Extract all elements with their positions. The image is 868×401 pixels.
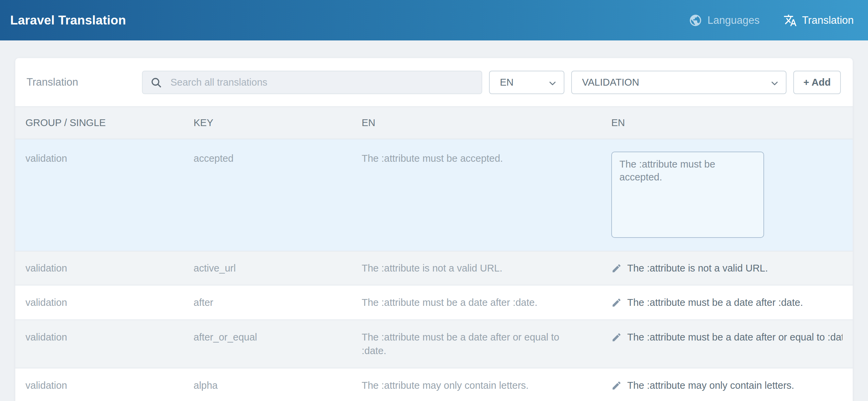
translation-edit-cell: The :attribute must be accepted. — [611, 139, 843, 251]
group-cell: validation — [25, 285, 194, 319]
translation-cell[interactable]: The :attribute must be a date after :dat… — [611, 285, 843, 319]
header-group-single: GROUP / SINGLE — [25, 117, 194, 128]
header-target-locale: EN — [611, 117, 843, 128]
source-text-cell: The :attribute is not a valid URL. — [362, 251, 611, 285]
add-button[interactable]: + Add — [793, 71, 841, 94]
translation-text: The :attribute is not a valid URL. — [627, 261, 768, 275]
translation-textarea[interactable]: The :attribute must be accepted. — [611, 152, 764, 238]
table-row: validation accepted The :attribute must … — [15, 139, 853, 251]
pencil-icon — [611, 332, 622, 343]
key-cell: after — [194, 285, 362, 319]
translation-text: The :attribute may only contain letters. — [627, 379, 794, 392]
translation-cell[interactable]: The :attribute may only contain letters. — [611, 368, 843, 401]
chevron-down-icon — [548, 79, 557, 88]
pencil-icon — [611, 297, 622, 308]
key-cell: after_or_equal — [194, 320, 362, 368]
table-row: validation active_url The :attribute is … — [15, 251, 853, 285]
key-cell: alpha — [194, 368, 362, 401]
key-cell: accepted — [194, 139, 362, 251]
header-key: KEY — [194, 117, 362, 128]
translation-text: The :attribute must be a date after or e… — [627, 330, 843, 344]
group-cell: validation — [25, 139, 194, 251]
source-text-cell: The :attribute must be a date after or e… — [362, 320, 611, 368]
table-row: validation after The :attribute must be … — [15, 285, 853, 320]
translations-card: Translation EN VALIDATION + Add GROUP / … — [15, 58, 853, 401]
group-select-value: VALIDATION — [582, 77, 639, 88]
group-cell: validation — [25, 368, 194, 401]
source-text-cell: The :attribute may only contain letters. — [362, 368, 611, 401]
translate-icon — [783, 14, 797, 27]
source-text-cell: The :attribute must be a date after :dat… — [362, 285, 611, 319]
chevron-down-icon — [770, 79, 779, 88]
group-select[interactable]: VALIDATION — [571, 71, 786, 94]
app-title[interactable]: Laravel Translation — [10, 13, 126, 28]
language-select-value: EN — [500, 77, 513, 88]
header-source-locale: EN — [362, 117, 611, 128]
language-select[interactable]: EN — [489, 71, 564, 94]
group-cell: validation — [25, 251, 194, 285]
translation-cell[interactable]: The :attribute is not a valid URL. — [611, 251, 843, 285]
nav-link-translation[interactable]: Translation — [783, 14, 854, 27]
key-cell: active_url — [194, 251, 362, 285]
table-header: GROUP / SINGLE KEY EN EN — [15, 106, 853, 139]
page-title: Translation — [25, 76, 135, 88]
nav-link-languages[interactable]: Languages — [689, 14, 759, 27]
globe-icon — [689, 14, 702, 27]
group-cell: validation — [25, 320, 194, 368]
toolbar: Translation EN VALIDATION + Add — [15, 58, 853, 106]
nav-links: Languages Translation — [689, 14, 854, 27]
search-wrap — [142, 71, 482, 94]
source-text-cell: The :attribute must be accepted. — [362, 139, 611, 251]
pencil-icon — [611, 263, 622, 274]
search-icon — [150, 76, 162, 89]
pencil-icon — [611, 380, 622, 391]
nav-link-label: Translation — [802, 14, 854, 27]
translation-cell[interactable]: The :attribute must be a date after or e… — [611, 320, 843, 368]
translation-text: The :attribute must be a date after :dat… — [627, 296, 803, 309]
navbar: Laravel Translation Languages Translatio… — [0, 0, 868, 40]
page: Translation EN VALIDATION + Add GROUP / … — [0, 40, 868, 401]
table-row: validation after_or_equal The :attribute… — [15, 320, 853, 368]
table-row: validation alpha The :attribute may only… — [15, 368, 853, 401]
search-input[interactable] — [142, 71, 482, 94]
nav-link-label: Languages — [707, 14, 759, 27]
